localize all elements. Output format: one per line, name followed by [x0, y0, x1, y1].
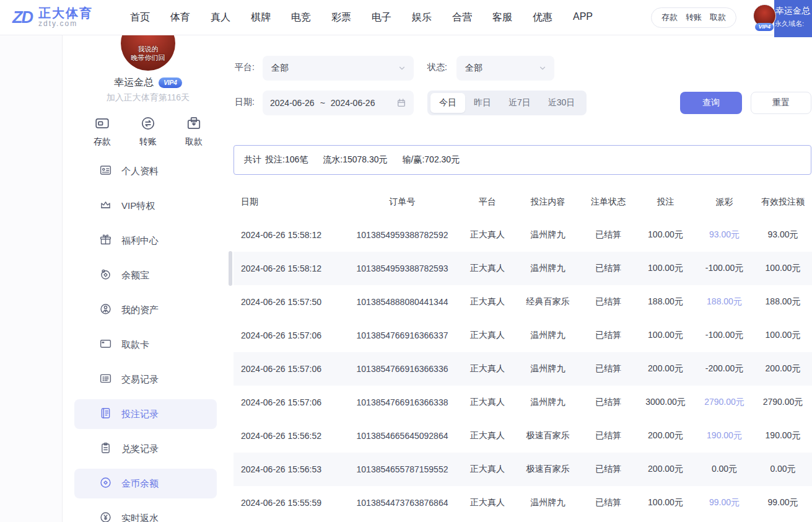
range-今日[interactable]: 今日 — [430, 93, 465, 113]
sidebar-item-label: 余额宝 — [121, 270, 149, 281]
nav-item-体育[interactable]: 体育 — [170, 11, 190, 24]
nav-item-电竞[interactable]: 电竞 — [291, 11, 311, 24]
cell-order: 1013854959388782593 — [345, 263, 460, 273]
column-header-日期: 日期 — [234, 197, 345, 208]
column-header-投注内容: 投注内容 — [515, 197, 580, 208]
sidebar-item-福利中心[interactable]: 福利中心 — [74, 226, 217, 255]
wallet-action-转账[interactable]: 转账 — [686, 12, 702, 23]
sidebar-item-label: 金币余额 — [121, 478, 159, 490]
cell-payout: 0.00元 — [695, 464, 754, 475]
table-row: 2024-06-26 15:58:121013854959388782592正大… — [234, 218, 812, 252]
sidebar-item-金币余额[interactable]: 金币余额 — [74, 469, 217, 498]
sidebar-item-取款卡[interactable]: 取款卡 — [74, 330, 217, 360]
sidebar-item-实时返水[interactable]: 实时返水 — [74, 503, 217, 522]
nav-item-电子[interactable]: 电子 — [372, 11, 391, 24]
vip-badge: VIP4 — [159, 77, 182, 88]
status-filter-label: 状态: — [427, 62, 447, 73]
quick-action-label: 转账 — [129, 136, 167, 148]
column-header-投注: 投注 — [636, 197, 695, 208]
quick-action-label: 取款 — [175, 136, 213, 148]
main-nav: 首页体育真人棋牌电竞彩票电子娱乐合营客服优惠APP — [130, 11, 593, 24]
quick-action-取款[interactable]: 取款 — [175, 115, 213, 148]
wallet-action-取款[interactable]: 取款 — [710, 12, 726, 23]
sidebar-item-余额宝[interactable]: 余额宝 — [74, 260, 217, 290]
cell-date: 2024-06-26 15:57:06 — [234, 330, 345, 340]
cell-order: 1013854655787159552 — [345, 464, 460, 474]
summary-bar: 共计 投注:106笔 流水:15078.30元 输/赢:702.30元 — [234, 145, 811, 175]
cell-bet: 100.00元 — [636, 263, 695, 274]
chevron-down-icon — [538, 64, 547, 73]
table-row: 2024-06-26 15:55:591013854473763876864正大… — [234, 486, 812, 520]
sidebar-item-我的资产[interactable]: 我的资产 — [74, 295, 217, 325]
sidebar-item-交易记录[interactable]: 交易记录 — [74, 365, 217, 394]
site-logo[interactable]: ZD 正大体育 zdty.com — [9, 5, 93, 30]
column-header-注单状态: 注单状态 — [580, 197, 636, 208]
sidebar-item-投注记录[interactable]: 投注记录 — [74, 399, 217, 429]
nav-item-首页[interactable]: 首页 — [130, 11, 150, 24]
cell-status: 已结算 — [580, 229, 636, 241]
platform-select-value: 全部 — [271, 63, 289, 74]
cell-bet: 188.00元 — [636, 296, 695, 307]
cell-bet: 3000.00元 — [636, 397, 695, 408]
cell-content: 温州牌九 — [515, 363, 580, 374]
range-昨日[interactable]: 昨日 — [465, 93, 500, 113]
logo-name: 正大体育 — [38, 7, 93, 20]
nav-item-真人[interactable]: 真人 — [211, 11, 230, 24]
profile-icon — [99, 164, 112, 179]
status-select-value: 全部 — [465, 63, 482, 74]
platform-filter-label: 平台: — [235, 62, 255, 73]
cell-valid: 100.00元 — [754, 263, 812, 274]
range-近7日[interactable]: 近7日 — [500, 93, 539, 113]
table-row: 2024-06-26 15:56:531013854655787159552正大… — [234, 453, 812, 486]
rebate-icon — [99, 511, 112, 522]
user-corner: VIP4 幸运金总 永久域名: — [750, 0, 812, 37]
cell-valid: 200.00元 — [754, 363, 812, 374]
joined-days-text: 加入正大体育第116天 — [63, 92, 234, 104]
sidebar-item-label: 我的资产 — [121, 304, 159, 316]
reset-button[interactable]: 重置 — [751, 92, 811, 114]
cell-content: 温州牌九 — [515, 263, 580, 274]
nav-item-合营[interactable]: 合营 — [452, 11, 472, 24]
nav-item-优惠[interactable]: 优惠 — [533, 11, 552, 24]
cell-platform: 正大真人 — [460, 330, 515, 341]
nav-item-棋牌[interactable]: 棋牌 — [251, 11, 271, 24]
main-content: 平台: 全部 状态: 全部 日期: 2024-06-26 ~ 2024-06-2… — [234, 35, 812, 522]
table-row: 2024-06-26 15:57:061013854766916366336正大… — [234, 352, 812, 386]
status-select[interactable]: 全部 — [456, 56, 554, 81]
cell-content: 温州牌九 — [515, 330, 580, 341]
cell-valid: 93.00元 — [754, 229, 812, 241]
coin-balance-icon — [99, 476, 112, 492]
cell-payout: -100.00元 — [695, 263, 754, 274]
sidebar-item-VIP特权[interactable]: VIP特权 — [74, 191, 217, 221]
wallet-action-存款[interactable]: 存款 — [661, 12, 678, 23]
cell-bet: 100.00元 — [636, 330, 695, 341]
search-button[interactable]: 查询 — [680, 92, 742, 114]
date-start: 2024-06-26 — [270, 98, 315, 108]
cell-platform: 正大真人 — [460, 263, 515, 274]
nav-item-客服[interactable]: 客服 — [492, 11, 512, 24]
quick-action-label: 存款 — [83, 136, 121, 148]
cell-valid: 190.00元 — [754, 430, 812, 441]
sidebar-item-个人资料[interactable]: 个人资料 — [74, 156, 217, 186]
cell-platform: 正大真人 — [460, 497, 515, 508]
nav-item-娱乐[interactable]: 娱乐 — [412, 11, 432, 24]
cell-status: 已结算 — [580, 430, 636, 441]
cell-status: 已结算 — [580, 263, 636, 274]
quick-action-转账[interactable]: 转账 — [129, 115, 167, 148]
cell-order: 1013854766916366338 — [345, 397, 460, 407]
sidebar-item-兑奖记录[interactable]: 兑奖记录 — [74, 434, 217, 464]
calendar-icon — [396, 98, 406, 108]
range-近30日[interactable]: 近30日 — [539, 93, 584, 113]
bank-card-icon — [99, 337, 112, 353]
nav-item-APP[interactable]: APP — [573, 11, 593, 24]
cell-content: 极速百家乐 — [515, 430, 580, 441]
sidebar-menu: 个人资料VIP特权福利中心余额宝我的资产取款卡交易记录投注记录兑奖记录金币余额实… — [63, 156, 234, 522]
sidebar-item-label: 福利中心 — [121, 235, 159, 247]
sidebar-item-label: 取款卡 — [121, 339, 149, 351]
date-range-input[interactable]: 2024-06-26 ~ 2024-06-26 — [263, 91, 414, 115]
sidebar-item-label: 交易记录 — [121, 374, 159, 386]
platform-select[interactable]: 全部 — [263, 56, 414, 81]
quick-action-存款[interactable]: 存款 — [83, 115, 121, 148]
sidebar-scrollbar[interactable] — [229, 251, 232, 286]
nav-item-彩票[interactable]: 彩票 — [331, 11, 351, 24]
